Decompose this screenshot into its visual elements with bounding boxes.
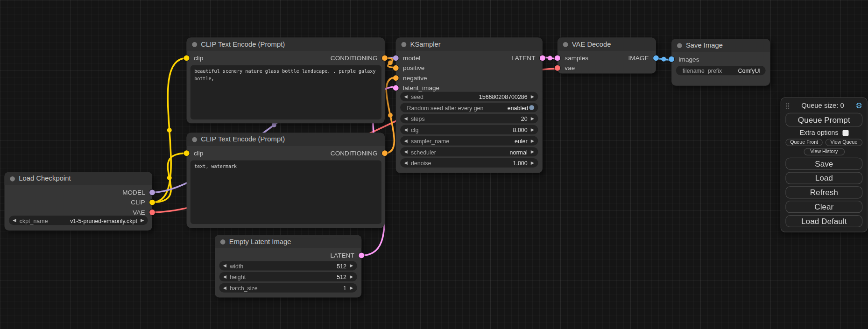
node-clip-text-encode-negative[interactable]: CLIP Text Encode (Prompt) clip CONDITION… [187, 133, 385, 228]
link-midpoint-dot [388, 61, 393, 65]
node-header[interactable]: Empty Latent Image [215, 235, 361, 248]
load-button[interactable]: Load [785, 172, 862, 184]
samples-input-port[interactable] [555, 55, 560, 61]
toggle-knob-icon[interactable] [529, 105, 534, 110]
cfg-widget[interactable]: ◀ cfg 8.000 ▶ [400, 125, 538, 134]
view-history-button[interactable]: View History [804, 148, 845, 155]
decrement-icon[interactable]: ◀ [223, 283, 226, 293]
negative-prompt-textarea[interactable]: text, watermark [191, 161, 381, 224]
denoise-widget[interactable]: ◀ denoise 1.000 ▶ [400, 158, 538, 168]
ckpt-name-widget[interactable]: ◀ ckpt_name v1-5-pruned-emaonly.ckpt ▶ [9, 216, 148, 225]
node-header[interactable]: Load Checkpoint [4, 172, 152, 185]
node-clip-text-encode-positive[interactable]: CLIP Text Encode (Prompt) clip CONDITION… [187, 38, 385, 124]
node-graph-canvas[interactable]: Load Checkpoint MODEL CLIP VAE ◀ ckpt_na… [0, 0, 868, 329]
node-title: Empty Latent Image [229, 238, 291, 246]
link-midpoint-dot [388, 113, 393, 118]
load-default-button[interactable]: Load Default [785, 215, 862, 227]
increment-icon[interactable]: ▶ [531, 158, 534, 168]
slot-row: clip CONDITIONING [187, 148, 385, 158]
node-save-image[interactable]: Save Image images filename_prefix ComfyU… [671, 39, 770, 86]
sampler-name-widget[interactable]: ◀ sampler_name euler ▶ [400, 136, 538, 145]
random-seed-toggle-widget[interactable]: Random seed after every gen enabled [400, 103, 538, 112]
image-output-port[interactable] [653, 55, 659, 61]
widget-name: scheduler [411, 148, 436, 155]
decrement-icon[interactable]: ◀ [404, 147, 407, 156]
slot-row-samples-image: samples IMAGE [557, 53, 656, 63]
model-output-port[interactable] [149, 189, 155, 195]
model-input-port[interactable] [393, 55, 399, 61]
view-queue-button[interactable]: View Queue [826, 139, 862, 146]
clip-output-port[interactable] [149, 200, 155, 205]
height-widget[interactable]: ◀ height 512 ▶ [219, 272, 357, 281]
collapse-dot-icon[interactable] [192, 137, 197, 142]
increment-icon[interactable]: ▶ [531, 114, 534, 123]
drag-handle-icon[interactable]: ⣿ [785, 102, 790, 109]
negative-input-port[interactable] [393, 75, 399, 81]
collapse-dot-icon[interactable] [677, 43, 682, 48]
decrement-icon[interactable]: ◀ [404, 158, 407, 168]
positive-input-port[interactable] [393, 65, 399, 71]
increment-icon[interactable]: ▶ [350, 272, 353, 281]
conditioning-output-port[interactable] [382, 150, 388, 156]
widget-value: 1 [343, 285, 346, 291]
decrement-icon[interactable]: ◀ [404, 114, 407, 123]
slot-label-clip: clip [194, 150, 203, 156]
node-header[interactable]: KSampler [396, 38, 543, 51]
latent-output-port[interactable] [359, 252, 364, 258]
widget-value: 20 [521, 115, 528, 122]
widget-value: normal [510, 148, 528, 155]
queue-front-button[interactable]: Queue Front [785, 139, 822, 146]
positive-prompt-textarea[interactable]: beautiful scenery nature glass bottle la… [191, 65, 381, 119]
node-ksampler[interactable]: KSampler model LATENT positive negative … [396, 38, 543, 173]
node-header[interactable]: Save Image [671, 39, 770, 52]
refresh-button[interactable]: Refresh [785, 186, 862, 198]
decrement-icon[interactable]: ◀ [223, 261, 226, 270]
settings-gear-icon[interactable]: ⚙ [855, 101, 862, 110]
clip-input-port[interactable] [184, 55, 190, 61]
scheduler-widget[interactable]: ◀ scheduler normal ▶ [400, 147, 538, 156]
increment-icon[interactable]: ▶ [531, 125, 534, 134]
save-button[interactable]: Save [785, 158, 862, 170]
clip-input-port[interactable] [184, 150, 190, 156]
node-vae-decode[interactable]: VAE Decode samples IMAGE vae [557, 38, 656, 74]
collapse-dot-icon[interactable] [192, 42, 197, 47]
collapse-dot-icon[interactable] [10, 176, 15, 181]
batch-size-widget[interactable]: ◀ batch_size 1 ▶ [219, 283, 357, 293]
increment-icon[interactable]: ▶ [141, 216, 144, 225]
slot-label-latent-image: latent_image [403, 84, 439, 91]
decrement-icon[interactable]: ◀ [404, 92, 407, 101]
collapse-dot-icon[interactable] [563, 42, 568, 47]
steps-widget[interactable]: ◀ steps 20 ▶ [400, 114, 538, 123]
decrement-icon[interactable]: ◀ [404, 136, 407, 145]
node-header[interactable]: CLIP Text Encode (Prompt) [187, 38, 385, 51]
decrement-icon[interactable]: ◀ [404, 125, 407, 134]
images-input-port[interactable] [669, 56, 674, 62]
increment-icon[interactable]: ▶ [531, 147, 534, 156]
extra-options-checkbox[interactable] [842, 130, 848, 136]
collapse-dot-icon[interactable] [220, 239, 226, 244]
slot-row: clip CONDITIONING [187, 53, 385, 63]
node-load-checkpoint[interactable]: Load Checkpoint MODEL CLIP VAE ◀ ckpt_na… [4, 172, 152, 231]
increment-icon[interactable]: ▶ [531, 92, 534, 101]
decrement-icon[interactable]: ◀ [223, 272, 226, 281]
increment-icon[interactable]: ▶ [531, 136, 534, 145]
node-header[interactable]: VAE Decode [557, 38, 656, 51]
queue-prompt-button[interactable]: Queue Prompt [785, 113, 862, 127]
seed-widget[interactable]: ◀ seed 156680208700286 ▶ [400, 92, 538, 101]
latent-output-port[interactable] [540, 55, 545, 61]
decrement-icon[interactable]: ◀ [13, 216, 16, 225]
filename-prefix-widget[interactable]: filename_prefix ComfyUI [676, 66, 766, 75]
increment-icon[interactable]: ▶ [350, 283, 353, 293]
node-title: CLIP Text Encode (Prompt) [201, 40, 285, 48]
conditioning-output-port[interactable] [382, 55, 388, 61]
collapse-dot-icon[interactable] [402, 42, 407, 47]
node-empty-latent-image[interactable]: Empty Latent Image LATENT ◀ width 512 ▶ … [215, 235, 361, 298]
vae-input-port[interactable] [555, 65, 560, 71]
node-title: Save Image [686, 42, 723, 49]
vae-output-port[interactable] [149, 210, 155, 215]
node-header[interactable]: CLIP Text Encode (Prompt) [187, 133, 385, 146]
width-widget[interactable]: ◀ width 512 ▶ [219, 261, 357, 270]
clear-button[interactable]: Clear [785, 201, 862, 213]
latent-image-input-port[interactable] [393, 85, 399, 91]
increment-icon[interactable]: ▶ [350, 261, 353, 270]
